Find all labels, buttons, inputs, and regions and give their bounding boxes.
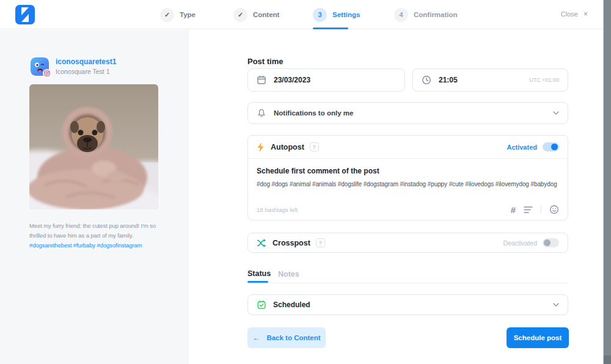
notifications-label: Notifications to only me (274, 109, 353, 117)
step-content-label: Content (253, 11, 279, 18)
instagram-icon (43, 69, 51, 78)
toggle-knob (544, 239, 551, 246)
step-settings-label: Settings (332, 11, 360, 18)
emoji-icon[interactable] (549, 205, 559, 214)
calendar-icon (257, 75, 266, 85)
step-settings[interactable]: 3 Settings (313, 7, 360, 22)
first-comment-editor[interactable]: Schedule first comment of the post #dog … (248, 159, 568, 187)
scrollbar[interactable] (603, 0, 611, 364)
post-preview-panel: iconosquaretest1 Iconosquare Test 1 (0, 30, 188, 364)
chevron-down-icon (553, 111, 559, 115)
autopost-footer: 18 hashtags left # (257, 205, 559, 214)
status-select[interactable]: Scheduled (247, 294, 568, 315)
tab-notes[interactable]: Notes (278, 270, 299, 278)
saved-captions-icon[interactable] (524, 206, 533, 214)
crosspost-toggle[interactable] (543, 238, 559, 247)
autopost-header: Autopost ? Activated (248, 136, 568, 159)
caption-hashtags: #dogsarethebest #furbaby #dogsofinstagra… (29, 242, 142, 249)
tabs-divider (247, 283, 568, 283)
step-confirmation-label: Confirmation (414, 11, 458, 18)
settings-content: Post time 23/03/2023 21:05 UTC +01:00 No… (247, 29, 568, 364)
hashtags-left-counter: 18 hashtags left (257, 206, 298, 213)
autopost-toggle-label: Activated (507, 144, 537, 151)
step-confirmation[interactable]: 4 Confirmation (394, 7, 458, 22)
active-step-underline (313, 27, 348, 29)
date-value: 23/03/2023 (274, 76, 310, 84)
post-image (29, 84, 158, 209)
close-label: Close (561, 10, 578, 18)
chevron-down-icon (553, 303, 559, 307)
autopost-toggle[interactable] (543, 142, 559, 151)
scrollbar-end (604, 355, 611, 364)
autopost-title: Autopost (271, 143, 304, 151)
wizard-header: ✓ Type ✓ Content 3 Settings 4 Confirmati… (0, 0, 603, 29)
autopost-card: Autopost ? Activated Schedule first comm… (247, 135, 568, 220)
status-value: Scheduled (273, 300, 310, 309)
first-comment-text[interactable]: #dog #dogs #animal #animals #dogslife #d… (257, 181, 559, 187)
caption-text: Meet my furry friend: the cutest pup aro… (29, 222, 156, 239)
step-type-label: Type (180, 11, 196, 18)
autopost-help-icon[interactable]: ? (310, 142, 319, 151)
crosspost-help-icon[interactable]: ? (316, 238, 325, 247)
back-arrow-icon: ← (252, 333, 260, 342)
step-number-badge: 3 (313, 8, 327, 22)
back-to-content-button[interactable]: ← Back to Content (247, 327, 326, 348)
account-display-name: Iconosquare Test 1 (56, 68, 116, 75)
step-type[interactable]: ✓ Type (160, 7, 196, 22)
close-button[interactable]: Close × (561, 10, 588, 18)
check-icon: ✓ (233, 8, 247, 22)
time-value: 21:05 (439, 76, 458, 84)
crosspost-toggle-label: Deactivated (503, 239, 537, 247)
app-logo[interactable] (15, 5, 35, 24)
close-icon: × (584, 10, 588, 18)
post-time-title: Post time (247, 57, 284, 66)
bell-icon (257, 108, 266, 118)
pug-photo (29, 84, 158, 209)
schedule-post-button[interactable]: Schedule post (507, 327, 569, 348)
date-input[interactable]: 23/03/2023 (247, 68, 405, 92)
check-icon: ✓ (160, 8, 174, 22)
time-input[interactable]: 21:05 UTC +01:00 (412, 68, 568, 92)
post-caption: Meet my furry friend: the cutest pup aro… (29, 221, 167, 250)
toggle-knob (551, 144, 558, 150)
avatar (31, 57, 49, 76)
step-number-badge: 4 (394, 8, 408, 22)
account-username[interactable]: iconosquaretest1 (56, 57, 116, 66)
timezone-label: UTC +01:00 (529, 77, 559, 83)
crosspost-shuffle-icon (257, 238, 266, 248)
lightning-icon (257, 142, 265, 152)
iconosquare-logo-icon (15, 5, 35, 24)
clock-icon (422, 75, 431, 85)
crosspost-card: Crosspost ? Deactivated (247, 233, 568, 253)
hashtag-icon[interactable]: # (511, 205, 516, 214)
calendar-check-icon (257, 300, 266, 310)
crosspost-title: Crosspost (273, 239, 310, 247)
icon-divider (541, 205, 541, 214)
back-button-label: Back to Content (266, 334, 320, 341)
step-content[interactable]: ✓ Content (233, 7, 279, 22)
first-comment-title: Schedule first comment of the post (257, 167, 559, 175)
notifications-select[interactable]: Notifications to only me (247, 102, 568, 124)
account-row: iconosquaretest1 Iconosquare Test 1 (31, 57, 116, 76)
tab-status[interactable]: Status (247, 269, 271, 278)
